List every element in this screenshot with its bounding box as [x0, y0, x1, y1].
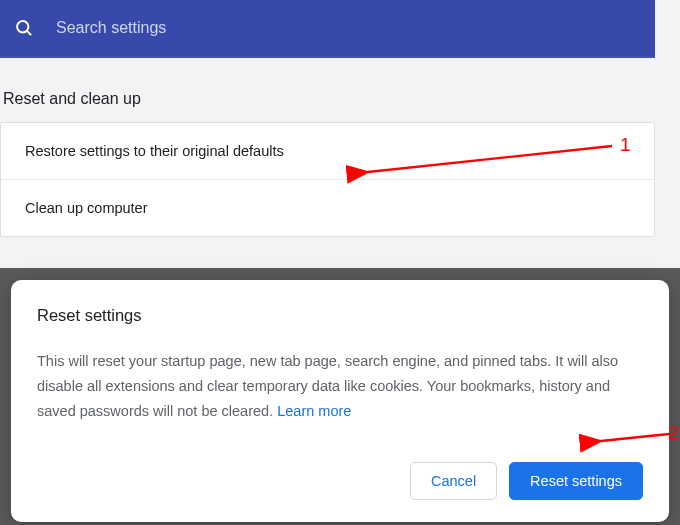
- dialog-body: This will reset your startup page, new t…: [37, 349, 643, 424]
- svg-line-1: [27, 31, 31, 35]
- learn-more-link[interactable]: Learn more: [277, 403, 351, 419]
- search-input[interactable]: [56, 19, 641, 37]
- reset-settings-dialog: Reset settings This will reset your star…: [11, 280, 669, 522]
- modal-overlay: Reset settings This will reset your star…: [0, 268, 680, 525]
- dialog-actions: Cancel Reset settings: [37, 462, 643, 500]
- restore-defaults-label: Restore settings to their original defau…: [25, 143, 284, 159]
- annotation-label-2: 2: [668, 422, 679, 444]
- annotation-label-1: 1: [620, 134, 631, 156]
- restore-defaults-row[interactable]: Restore settings to their original defau…: [1, 123, 654, 180]
- dialog-title: Reset settings: [37, 306, 643, 325]
- section-title: Reset and clean up: [0, 58, 680, 122]
- search-bar: [0, 0, 655, 58]
- settings-list: Restore settings to their original defau…: [0, 122, 655, 237]
- search-icon: [14, 18, 34, 38]
- svg-point-0: [17, 21, 28, 32]
- reset-settings-button[interactable]: Reset settings: [509, 462, 643, 500]
- cleanup-computer-row[interactable]: Clean up computer: [1, 180, 654, 236]
- cancel-button[interactable]: Cancel: [410, 462, 497, 500]
- cleanup-computer-label: Clean up computer: [25, 200, 148, 216]
